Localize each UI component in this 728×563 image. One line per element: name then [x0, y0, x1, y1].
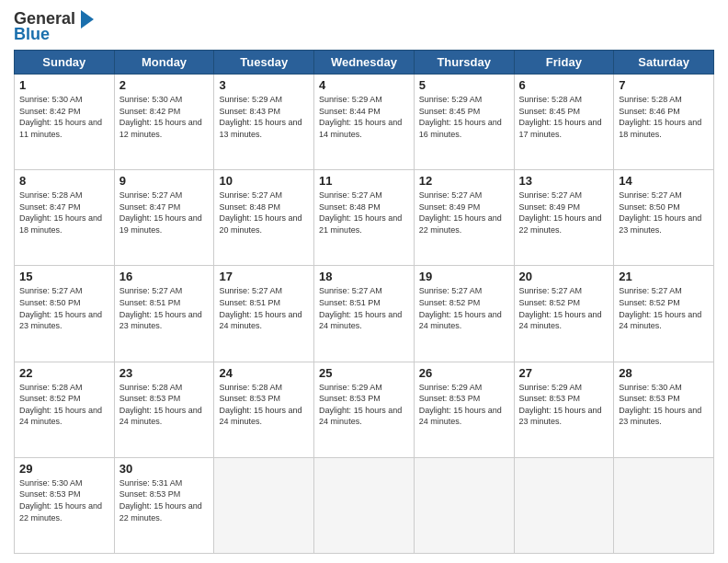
cell-content: Sunrise: 5:27 AMSunset: 8:49 PMDaylight:… [419, 190, 502, 235]
cell-content: Sunrise: 5:27 AMSunset: 8:51 PMDaylight:… [319, 286, 402, 330]
cell-content: Sunrise: 5:29 AMSunset: 8:44 PMDaylight:… [319, 95, 402, 139]
day-number: 30 [119, 462, 210, 476]
calendar-cell: 6 Sunrise: 5:28 AMSunset: 8:45 PMDayligh… [514, 75, 614, 170]
cell-content: Sunrise: 5:29 AMSunset: 8:43 PMDaylight:… [219, 95, 301, 139]
day-number: 29 [19, 462, 109, 476]
calendar-cell: 26 Sunrise: 5:29 AMSunset: 8:53 PMDaylig… [414, 362, 514, 457]
cell-content: Sunrise: 5:27 AMSunset: 8:51 PMDaylight:… [219, 286, 301, 330]
calendar-cell: 22 Sunrise: 5:28 AMSunset: 8:52 PMDaylig… [15, 362, 115, 457]
day-number: 27 [519, 366, 609, 380]
day-number: 9 [119, 174, 210, 188]
day-number: 14 [619, 174, 709, 188]
cell-content: Sunrise: 5:28 AMSunset: 8:53 PMDaylight:… [119, 383, 202, 427]
day-number: 12 [419, 174, 509, 188]
calendar-cell: 5 Sunrise: 5:29 AMSunset: 8:45 PMDayligh… [414, 75, 514, 170]
cell-content: Sunrise: 5:29 AMSunset: 8:53 PMDaylight:… [519, 383, 602, 427]
cell-content: Sunrise: 5:27 AMSunset: 8:50 PMDaylight:… [19, 286, 102, 330]
calendar-cell [314, 457, 415, 553]
day-number: 1 [19, 78, 109, 92]
cell-content: Sunrise: 5:29 AMSunset: 8:45 PMDaylight:… [419, 95, 502, 139]
col-monday: Monday [114, 51, 214, 75]
day-number: 24 [219, 366, 309, 380]
calendar-cell: 20 Sunrise: 5:27 AMSunset: 8:52 PMDaylig… [514, 266, 614, 362]
calendar-week-row: 8 Sunrise: 5:28 AMSunset: 8:47 PMDayligh… [15, 170, 714, 266]
day-number: 3 [219, 78, 309, 92]
col-sunday: Sunday [15, 51, 115, 75]
calendar-cell: 13 Sunrise: 5:27 AMSunset: 8:49 PMDaylig… [514, 170, 614, 266]
calendar-cell: 24 Sunrise: 5:28 AMSunset: 8:53 PMDaylig… [214, 362, 314, 457]
col-friday: Friday [514, 51, 614, 75]
day-number: 28 [619, 366, 709, 380]
day-number: 10 [219, 174, 309, 188]
cell-content: Sunrise: 5:27 AMSunset: 8:50 PMDaylight:… [619, 190, 701, 235]
calendar-cell [214, 457, 314, 553]
cell-content: Sunrise: 5:28 AMSunset: 8:47 PMDaylight:… [19, 190, 102, 235]
calendar-cell: 4 Sunrise: 5:29 AMSunset: 8:44 PMDayligh… [314, 75, 415, 170]
cell-content: Sunrise: 5:27 AMSunset: 8:48 PMDaylight:… [319, 190, 402, 235]
calendar-cell: 30 Sunrise: 5:31 AMSunset: 8:53 PMDaylig… [114, 457, 214, 553]
day-number: 22 [19, 366, 109, 380]
cell-content: Sunrise: 5:28 AMSunset: 8:53 PMDaylight:… [219, 383, 301, 427]
day-number: 25 [319, 366, 409, 380]
calendar-cell: 27 Sunrise: 5:29 AMSunset: 8:53 PMDaylig… [514, 362, 614, 457]
calendar-cell [514, 457, 614, 553]
calendar-cell: 15 Sunrise: 5:27 AMSunset: 8:50 PMDaylig… [15, 266, 115, 362]
cell-content: Sunrise: 5:27 AMSunset: 8:52 PMDaylight:… [619, 286, 701, 330]
day-number: 13 [519, 174, 609, 188]
day-number: 17 [219, 270, 309, 283]
col-tuesday: Tuesday [214, 51, 314, 75]
cell-content: Sunrise: 5:29 AMSunset: 8:53 PMDaylight:… [419, 383, 502, 427]
day-number: 11 [319, 174, 409, 188]
day-number: 19 [419, 270, 509, 283]
calendar-cell: 11 Sunrise: 5:27 AMSunset: 8:48 PMDaylig… [314, 170, 415, 266]
calendar-cell: 29 Sunrise: 5:30 AMSunset: 8:53 PMDaylig… [15, 457, 115, 553]
calendar-cell: 14 Sunrise: 5:27 AMSunset: 8:50 PMDaylig… [614, 170, 714, 266]
calendar-cell: 17 Sunrise: 5:27 AMSunset: 8:51 PMDaylig… [214, 266, 314, 362]
cell-content: Sunrise: 5:28 AMSunset: 8:52 PMDaylight:… [19, 383, 102, 427]
calendar-cell: 8 Sunrise: 5:28 AMSunset: 8:47 PMDayligh… [15, 170, 115, 266]
cell-content: Sunrise: 5:27 AMSunset: 8:51 PMDaylight:… [119, 286, 202, 330]
logo-arrow-icon [81, 10, 94, 29]
calendar-cell: 21 Sunrise: 5:27 AMSunset: 8:52 PMDaylig… [614, 266, 714, 362]
day-number: 7 [619, 78, 709, 92]
day-number: 18 [319, 270, 409, 283]
calendar-cell: 2 Sunrise: 5:30 AMSunset: 8:42 PMDayligh… [114, 75, 214, 170]
day-number: 2 [119, 78, 210, 92]
day-number: 6 [519, 78, 609, 92]
cell-content: Sunrise: 5:31 AMSunset: 8:53 PMDaylight:… [119, 478, 202, 523]
day-number: 20 [519, 270, 609, 283]
day-number: 16 [119, 270, 210, 283]
page: General Blue Sunday Monday Tuesday Wedne… [0, 0, 728, 563]
calendar-cell: 25 Sunrise: 5:29 AMSunset: 8:53 PMDaylig… [314, 362, 415, 457]
calendar-cell: 18 Sunrise: 5:27 AMSunset: 8:51 PMDaylig… [314, 266, 415, 362]
cell-content: Sunrise: 5:27 AMSunset: 8:52 PMDaylight:… [419, 286, 502, 330]
calendar-cell: 3 Sunrise: 5:29 AMSunset: 8:43 PMDayligh… [214, 75, 314, 170]
logo: General Blue [14, 9, 94, 44]
day-number: 21 [619, 270, 709, 283]
cell-content: Sunrise: 5:28 AMSunset: 8:45 PMDaylight:… [519, 95, 602, 139]
calendar-week-row: 1 Sunrise: 5:30 AMSunset: 8:42 PMDayligh… [15, 75, 714, 170]
day-number: 4 [319, 78, 409, 92]
calendar-week-row: 29 Sunrise: 5:30 AMSunset: 8:53 PMDaylig… [15, 457, 714, 553]
day-number: 8 [19, 174, 109, 188]
col-thursday: Thursday [414, 51, 514, 75]
cell-content: Sunrise: 5:30 AMSunset: 8:53 PMDaylight:… [619, 383, 701, 427]
cell-content: Sunrise: 5:27 AMSunset: 8:47 PMDaylight:… [119, 190, 202, 235]
day-number: 15 [19, 270, 109, 283]
cell-content: Sunrise: 5:30 AMSunset: 8:42 PMDaylight:… [119, 95, 202, 139]
cell-content: Sunrise: 5:30 AMSunset: 8:53 PMDaylight:… [19, 478, 102, 523]
header: General Blue [14, 9, 714, 44]
cell-content: Sunrise: 5:27 AMSunset: 8:49 PMDaylight:… [519, 190, 602, 235]
calendar-cell: 7 Sunrise: 5:28 AMSunset: 8:46 PMDayligh… [614, 75, 714, 170]
cell-content: Sunrise: 5:27 AMSunset: 8:52 PMDaylight:… [519, 286, 602, 330]
logo-blue-text: Blue [14, 25, 50, 44]
day-number: 26 [419, 366, 509, 380]
calendar-cell: 1 Sunrise: 5:30 AMSunset: 8:42 PMDayligh… [15, 75, 115, 170]
calendar-cell: 28 Sunrise: 5:30 AMSunset: 8:53 PMDaylig… [614, 362, 714, 457]
calendar-table: Sunday Monday Tuesday Wednesday Thursday… [14, 50, 714, 554]
cell-content: Sunrise: 5:27 AMSunset: 8:48 PMDaylight:… [219, 190, 301, 235]
calendar-week-row: 15 Sunrise: 5:27 AMSunset: 8:50 PMDaylig… [15, 266, 714, 362]
calendar-week-row: 22 Sunrise: 5:28 AMSunset: 8:52 PMDaylig… [15, 362, 714, 457]
col-wednesday: Wednesday [314, 51, 415, 75]
day-number: 5 [419, 78, 509, 92]
